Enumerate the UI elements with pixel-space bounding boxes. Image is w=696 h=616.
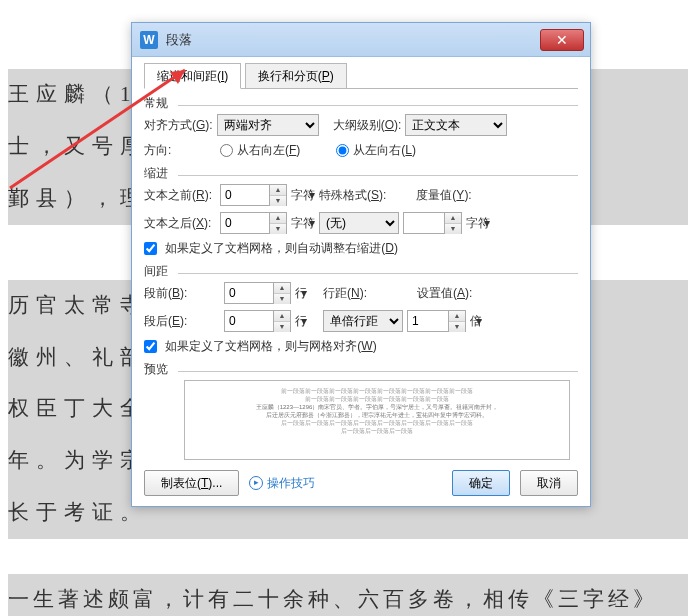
indent-fieldset: 缩进 文本之前(R): ▲▼ 字符 ▾ 特殊格式(S): 度量值(Y): 文本之… — [144, 165, 578, 257]
indent-after-spinner[interactable]: ▲▼ — [220, 212, 287, 234]
glyph: ▾ — [309, 216, 315, 230]
by-spinner[interactable]: ▲▼ — [403, 212, 462, 234]
line-spacing-select[interactable]: 单倍行距 — [323, 310, 403, 332]
tab-indent-spacing[interactable]: 缩进和间距(I) — [144, 63, 241, 89]
dialog-tabs: 缩进和间距(I) 换行和分页(P) — [144, 63, 578, 89]
spin-down-icon[interactable]: ▼ — [274, 294, 290, 304]
close-button[interactable]: ✕ — [540, 29, 584, 51]
glyph: ▾ — [301, 286, 307, 300]
tabs-button[interactable]: 制表位(T)... — [144, 470, 239, 496]
before-spacing-spinner[interactable]: ▲▼ — [224, 282, 291, 304]
line-spacing-label: 行距(N): — [323, 285, 367, 302]
tab-line-page-breaks[interactable]: 换行和分页(P) — [245, 63, 347, 89]
paragraph-dialog: W 段落 ✕ 缩进和间距(I) 换行和分页(P) 常规 对齐方式(G): 两端对… — [131, 22, 591, 507]
direction-rtl-label[interactable]: 从右向左(F) — [237, 142, 300, 159]
indent-legend: 缩进 — [144, 165, 168, 182]
direction-ltr-label[interactable]: 从左向右(L) — [353, 142, 416, 159]
glyph: ▾ — [301, 314, 307, 328]
spacing-fieldset: 间距 段前(B): ▲▼ 行 ▾ 行距(N): 设置值(A): 段后(E): ▲… — [144, 263, 578, 355]
spin-down-icon[interactable]: ▼ — [274, 322, 290, 332]
before-spacing-label: 段前(B): — [144, 285, 194, 302]
alignment-label: 对齐方式(G): — [144, 117, 213, 134]
direction-rtl-radio[interactable] — [220, 144, 233, 157]
doc-line: 一生著述颇富，计有二十余种、六百多卷，相传《三字经》 — [8, 574, 688, 616]
indent-before-spinner[interactable]: ▲▼ — [220, 184, 287, 206]
spin-up-icon[interactable]: ▲ — [270, 185, 286, 196]
app-icon: W — [140, 31, 158, 49]
spin-down-icon[interactable]: ▼ — [270, 224, 286, 234]
by-label: 度量值(Y): — [416, 187, 471, 204]
spin-down-icon[interactable]: ▼ — [445, 224, 461, 234]
indent-after-input[interactable] — [220, 212, 270, 234]
titlebar[interactable]: W 段落 ✕ — [132, 23, 590, 57]
dialog-title: 段落 — [166, 31, 540, 49]
auto-adjust-indent-label[interactable]: 如果定义了文档网格，则自动调整右缩进(D) — [165, 241, 398, 255]
play-icon: ▸ — [249, 476, 263, 490]
spin-down-icon[interactable]: ▼ — [449, 322, 465, 332]
spin-up-icon[interactable]: ▲ — [274, 311, 290, 322]
cancel-button[interactable]: 取消 — [520, 470, 578, 496]
snap-to-grid-label[interactable]: 如果定义了文档网格，则与网格对齐(W) — [165, 339, 376, 353]
at-spinner[interactable]: ▲▼ — [407, 310, 466, 332]
alignment-select[interactable]: 两端对齐 — [217, 114, 319, 136]
glyph: ▾ — [484, 216, 490, 230]
at-input[interactable] — [407, 310, 449, 332]
outline-label: 大纲级别(O): — [333, 117, 402, 134]
spin-up-icon[interactable]: ▲ — [274, 283, 290, 294]
indent-after-label: 文本之后(X): — [144, 215, 216, 232]
general-fieldset: 常规 对齐方式(G): 两端对齐 大纲级别(O): 正文文本 方向: 从右向左(… — [144, 95, 578, 159]
by-input[interactable] — [403, 212, 445, 234]
ok-button[interactable]: 确定 — [452, 470, 510, 496]
spin-up-icon[interactable]: ▲ — [445, 213, 461, 224]
tips-link[interactable]: ▸ 操作技巧 — [249, 475, 315, 492]
direction-ltr-radio[interactable] — [336, 144, 349, 157]
general-legend: 常规 — [144, 95, 168, 112]
at-label: 设置值(A): — [417, 285, 472, 302]
after-spacing-input[interactable] — [224, 310, 274, 332]
preview-legend: 预览 — [144, 361, 168, 378]
special-select[interactable]: (无) — [319, 212, 399, 234]
direction-label: 方向: — [144, 142, 200, 159]
preview-box: 前一段落前一段落前一段落前一段落前一段落前一段落前一段落前一段落 前一段落前一段… — [184, 380, 570, 460]
spin-up-icon[interactable]: ▲ — [449, 311, 465, 322]
outline-select[interactable]: 正文文本 — [405, 114, 507, 136]
before-spacing-input[interactable] — [224, 282, 274, 304]
snap-to-grid-checkbox[interactable] — [144, 340, 157, 353]
spacing-legend: 间距 — [144, 263, 168, 280]
spin-up-icon[interactable]: ▲ — [270, 213, 286, 224]
after-spacing-spinner[interactable]: ▲▼ — [224, 310, 291, 332]
dialog-button-row: 制表位(T)... ▸ 操作技巧 确定 取消 — [144, 470, 578, 496]
glyph: ▾ — [309, 188, 315, 202]
indent-before-input[interactable] — [220, 184, 270, 206]
glyph: ▾ — [476, 314, 482, 328]
preview-fieldset: 预览 前一段落前一段落前一段落前一段落前一段落前一段落前一段落前一段落 前一段落… — [144, 361, 578, 460]
indent-before-label: 文本之前(R): — [144, 187, 216, 204]
after-spacing-label: 段后(E): — [144, 313, 194, 330]
special-label: 特殊格式(S): — [319, 187, 386, 204]
auto-adjust-indent-checkbox[interactable] — [144, 242, 157, 255]
spin-down-icon[interactable]: ▼ — [270, 196, 286, 206]
